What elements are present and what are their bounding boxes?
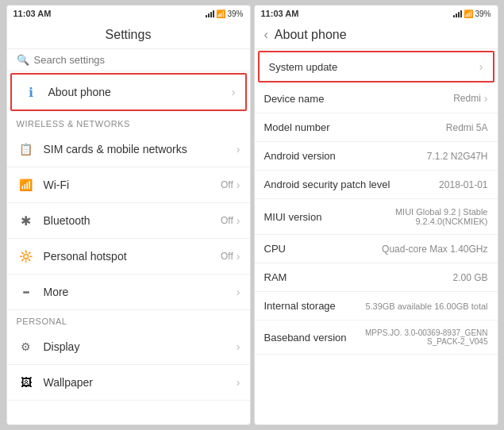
- right-battery-text: 39%: [475, 10, 491, 18]
- bluetooth-item[interactable]: Bluetooth Off ›: [7, 203, 250, 239]
- more-chevron: ›: [237, 286, 240, 298]
- display-item[interactable]: Display ›: [7, 329, 250, 365]
- left-status-icons: 📶 39%: [206, 10, 243, 18]
- right-wifi-icon: 📶: [464, 10, 473, 18]
- miui-version-item: MIUI version MIUI Global 9.2 | Stable 9.…: [255, 199, 498, 235]
- android-version-label: Android version: [264, 150, 427, 162]
- more-item[interactable]: More ›: [7, 275, 250, 310]
- system-update-item[interactable]: System update ›: [258, 51, 494, 83]
- sim-item[interactable]: SIM cards & mobile networks ›: [7, 132, 250, 167]
- display-label: Display: [44, 340, 237, 353]
- left-status-bar: 11:03 AM 📶 39%: [7, 6, 250, 21]
- signal-icon: [206, 10, 214, 17]
- ram-label: RAM: [264, 271, 453, 283]
- hotspot-item[interactable]: Personal hotspot Off ›: [7, 239, 250, 275]
- storage-label: Internal storage: [264, 300, 366, 312]
- wifi-chevron: ›: [237, 179, 240, 191]
- cpu-value: Quad-core Max 1.40GHz: [382, 244, 487, 255]
- sim-chevron: ›: [237, 143, 240, 155]
- device-name-value: Redmi: [453, 93, 481, 104]
- bluetooth-icon: [17, 211, 36, 230]
- security-patch-value: 2018-01-01: [439, 179, 487, 190]
- sim-icon: [17, 140, 36, 159]
- display-icon: [17, 337, 36, 356]
- more-label: More: [44, 286, 237, 298]
- device-name-chevron: ›: [484, 92, 488, 105]
- battery-text: 39%: [227, 10, 243, 18]
- miui-version-label: MIUI version: [264, 211, 361, 223]
- sim-label: SIM cards & mobile networks: [44, 143, 237, 155]
- storage-item: Internal storage 5.39GB available 16.00G…: [255, 292, 498, 321]
- left-panel: 11:03 AM 📶 39% Settings 🔍 About phone › …: [6, 5, 251, 425]
- left-time: 11:03 AM: [13, 9, 52, 18]
- device-name-label: Device name: [264, 93, 454, 105]
- wifi-label: Wi-Fi: [44, 179, 221, 191]
- wallpaper-label: Wallpaper: [44, 376, 237, 389]
- wifi-value: Off: [221, 179, 233, 190]
- wifi-item[interactable]: Wi-Fi Off ›: [7, 167, 250, 203]
- right-status-icons: 📶 39%: [453, 10, 491, 18]
- bluetooth-chevron: ›: [237, 214, 240, 227]
- cpu-item: CPU Quad-core Max 1.40GHz: [255, 235, 498, 263]
- wallpaper-icon: [17, 373, 36, 392]
- device-name-item[interactable]: Device name Redmi ›: [255, 84, 498, 113]
- wifi-status-icon: 📶: [216, 10, 225, 18]
- right-status-bar: 11:03 AM 📶 39%: [255, 6, 498, 21]
- hotspot-label: Personal hotspot: [44, 250, 221, 263]
- settings-title: Settings: [7, 21, 250, 49]
- hotspot-chevron: ›: [237, 250, 240, 263]
- miui-version-value: MIUI Global 9.2 | Stable 9.2.4.0(NCKMIEK…: [361, 207, 488, 226]
- search-bar[interactable]: 🔍: [7, 49, 250, 71]
- right-panel: 11:03 AM 📶 39% ‹ About phone System upda…: [254, 5, 498, 425]
- security-patch-label: Android security patch level: [264, 179, 440, 190]
- system-update-label: System update: [269, 61, 476, 73]
- android-version-item: Android version 7.1.2 N2G47H: [255, 142, 498, 171]
- wireless-section-header: WIRELESS & NETWORKS: [7, 113, 250, 132]
- about-icon: [21, 83, 40, 102]
- display-chevron: ›: [237, 340, 240, 353]
- ram-item: RAM 2.00 GB: [255, 263, 498, 292]
- wallpaper-item[interactable]: Wallpaper ›: [7, 365, 250, 401]
- baseband-value: MPPS.JO. 3.0-00369-8937_GENN S_PACK-2_V0…: [361, 328, 488, 346]
- bluetooth-value: Off: [221, 215, 233, 226]
- bluetooth-label: Bluetooth: [44, 214, 221, 227]
- search-icon: 🔍: [17, 54, 29, 66]
- wallpaper-chevron: ›: [237, 376, 240, 389]
- about-phone-label: About phone: [48, 86, 232, 98]
- about-info-list: System update › Device name Redmi › Mode…: [255, 49, 498, 424]
- right-header: ‹ About phone: [255, 21, 498, 49]
- system-update-chevron: ›: [479, 60, 483, 73]
- personal-section-header: PERSONAL: [7, 310, 250, 329]
- more-icon: [17, 282, 36, 301]
- security-patch-item: Android security patch level 2018-01-01: [255, 171, 498, 199]
- baseband-item: Baseband version MPPS.JO. 3.0-00369-8937…: [255, 321, 498, 355]
- baseband-label: Baseband version: [264, 332, 361, 344]
- back-arrow-icon[interactable]: ‹: [264, 28, 268, 42]
- model-number-value: Redmi 5A: [446, 122, 488, 133]
- model-number-item: Model number Redmi 5A: [255, 113, 498, 142]
- cpu-label: CPU: [264, 243, 383, 255]
- settings-list: About phone › WIRELESS & NETWORKS SIM ca…: [7, 71, 250, 424]
- android-version-value: 7.1.2 N2G47H: [427, 151, 488, 162]
- about-chevron: ›: [232, 86, 236, 98]
- right-time: 11:03 AM: [261, 9, 299, 18]
- about-phone-item[interactable]: About phone ›: [10, 73, 247, 111]
- model-number-label: Model number: [264, 121, 446, 133]
- wifi-icon: [17, 175, 36, 194]
- right-signal-icon: [453, 10, 462, 17]
- search-input[interactable]: [34, 54, 240, 66]
- right-title: About phone: [275, 28, 347, 42]
- hotspot-value: Off: [221, 251, 233, 262]
- hotspot-icon: [17, 247, 36, 266]
- ram-value: 2.00 GB: [452, 272, 487, 283]
- storage-value: 5.39GB available 16.00GB total: [365, 301, 487, 311]
